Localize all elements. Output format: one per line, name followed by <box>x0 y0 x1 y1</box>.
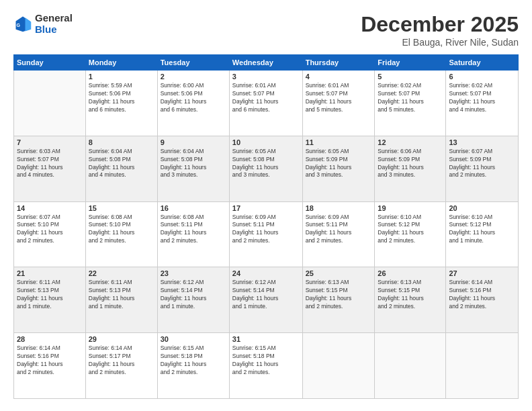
day-info: Sunrise: 6:07 AMSunset: 5:09 PMDaylight:… <box>449 148 515 180</box>
calendar-cell: 10Sunrise: 6:05 AMSunset: 5:08 PMDayligh… <box>229 136 302 201</box>
calendar-week-row: 21Sunrise: 6:11 AMSunset: 5:13 PMDayligh… <box>14 267 519 333</box>
day-info: Sunrise: 6:00 AMSunset: 5:06 PMDaylight:… <box>161 82 226 114</box>
calendar-cell: 23Sunrise: 6:12 AMSunset: 5:14 PMDayligh… <box>157 267 229 333</box>
logo: G General Blue <box>13 12 73 36</box>
day-info: Sunrise: 6:14 AMSunset: 5:17 PMDaylight:… <box>89 345 154 377</box>
calendar-cell: 3Sunrise: 6:01 AMSunset: 5:07 PMDaylight… <box>229 71 302 136</box>
day-number: 9 <box>161 138 226 146</box>
month-title: December 2025 <box>361 12 519 37</box>
weekday-header: Friday <box>375 55 446 71</box>
day-info: Sunrise: 6:08 AMSunset: 5:11 PMDaylight:… <box>161 214 226 246</box>
calendar-cell: 22Sunrise: 6:11 AMSunset: 5:13 PMDayligh… <box>85 267 157 333</box>
day-number: 22 <box>89 269 154 277</box>
day-number: 8 <box>89 138 154 146</box>
day-number: 27 <box>449 269 515 277</box>
calendar-cell <box>302 333 375 399</box>
location-title: El Bauga, River Nile, Sudan <box>361 37 519 48</box>
logo-text-general: General <box>35 12 73 24</box>
weekday-header: Saturday <box>446 55 519 71</box>
calendar-cell: 9Sunrise: 6:04 AMSunset: 5:08 PMDaylight… <box>157 136 229 201</box>
logo-icon: G <box>13 14 32 33</box>
day-number: 18 <box>306 204 372 212</box>
calendar-week-row: 7Sunrise: 6:03 AMSunset: 5:07 PMDaylight… <box>14 136 519 201</box>
calendar-cell: 30Sunrise: 6:15 AMSunset: 5:18 PMDayligh… <box>157 333 229 399</box>
calendar-week-row: 14Sunrise: 6:07 AMSunset: 5:10 PMDayligh… <box>14 201 519 267</box>
calendar-page: G General Blue December 2025 El Bauga, R… <box>0 0 532 411</box>
weekday-header: Sunday <box>14 55 86 71</box>
weekday-header: Thursday <box>302 55 375 71</box>
day-info: Sunrise: 6:01 AMSunset: 5:07 PMDaylight:… <box>306 82 372 114</box>
day-number: 24 <box>232 269 300 277</box>
calendar-cell: 4Sunrise: 6:01 AMSunset: 5:07 PMDaylight… <box>302 71 375 136</box>
header: G General Blue December 2025 El Bauga, R… <box>13 12 519 48</box>
calendar-cell: 14Sunrise: 6:07 AMSunset: 5:10 PMDayligh… <box>14 201 86 267</box>
day-number: 31 <box>232 335 300 343</box>
day-number: 23 <box>161 269 226 277</box>
calendar-cell: 8Sunrise: 6:04 AMSunset: 5:08 PMDaylight… <box>85 136 157 201</box>
day-info: Sunrise: 6:01 AMSunset: 5:07 PMDaylight:… <box>232 82 300 114</box>
calendar-cell: 28Sunrise: 6:14 AMSunset: 5:16 PMDayligh… <box>14 333 86 399</box>
day-number: 12 <box>378 138 443 146</box>
weekday-header-row: SundayMondayTuesdayWednesdayThursdayFrid… <box>14 55 519 71</box>
day-number: 17 <box>232 204 300 212</box>
day-number: 28 <box>17 335 83 343</box>
title-block: December 2025 El Bauga, River Nile, Suda… <box>361 12 519 48</box>
calendar-cell: 31Sunrise: 6:15 AMSunset: 5:18 PMDayligh… <box>229 333 302 399</box>
day-number: 7 <box>17 138 83 146</box>
day-number: 4 <box>306 73 372 81</box>
calendar-cell: 24Sunrise: 6:12 AMSunset: 5:14 PMDayligh… <box>229 267 302 333</box>
day-info: Sunrise: 6:04 AMSunset: 5:08 PMDaylight:… <box>89 148 154 180</box>
calendar-cell: 17Sunrise: 6:09 AMSunset: 5:11 PMDayligh… <box>229 201 302 267</box>
calendar-cell: 19Sunrise: 6:10 AMSunset: 5:12 PMDayligh… <box>375 201 446 267</box>
day-info: Sunrise: 6:06 AMSunset: 5:09 PMDaylight:… <box>378 148 443 180</box>
calendar-cell: 13Sunrise: 6:07 AMSunset: 5:09 PMDayligh… <box>446 136 519 201</box>
day-number: 29 <box>89 335 154 343</box>
svg-text:G: G <box>16 24 20 28</box>
calendar-cell: 18Sunrise: 6:09 AMSunset: 5:11 PMDayligh… <box>302 201 375 267</box>
day-number: 10 <box>232 138 300 146</box>
calendar-cell: 12Sunrise: 6:06 AMSunset: 5:09 PMDayligh… <box>375 136 446 201</box>
day-info: Sunrise: 6:15 AMSunset: 5:18 PMDaylight:… <box>161 345 226 377</box>
day-info: Sunrise: 6:08 AMSunset: 5:10 PMDaylight:… <box>89 214 154 246</box>
day-number: 5 <box>378 73 443 81</box>
day-info: Sunrise: 6:12 AMSunset: 5:14 PMDaylight:… <box>161 279 226 311</box>
day-info: Sunrise: 6:13 AMSunset: 5:15 PMDaylight:… <box>306 279 372 311</box>
day-info: Sunrise: 6:11 AMSunset: 5:13 PMDaylight:… <box>17 279 83 311</box>
day-info: Sunrise: 6:02 AMSunset: 5:07 PMDaylight:… <box>378 82 443 114</box>
calendar-cell: 1Sunrise: 5:59 AMSunset: 5:06 PMDaylight… <box>85 71 157 136</box>
day-number: 1 <box>89 73 154 81</box>
calendar-cell: 15Sunrise: 6:08 AMSunset: 5:10 PMDayligh… <box>85 201 157 267</box>
day-info: Sunrise: 6:11 AMSunset: 5:13 PMDaylight:… <box>89 279 154 311</box>
day-info: Sunrise: 5:59 AMSunset: 5:06 PMDaylight:… <box>89 82 154 114</box>
day-info: Sunrise: 6:12 AMSunset: 5:14 PMDaylight:… <box>232 279 300 311</box>
day-number: 19 <box>378 204 443 212</box>
weekday-header: Tuesday <box>157 55 229 71</box>
calendar-cell <box>446 333 519 399</box>
day-info: Sunrise: 6:04 AMSunset: 5:08 PMDaylight:… <box>161 148 226 180</box>
day-number: 20 <box>449 204 515 212</box>
day-info: Sunrise: 6:05 AMSunset: 5:08 PMDaylight:… <box>232 148 300 180</box>
day-number: 14 <box>17 204 83 212</box>
calendar-cell: 29Sunrise: 6:14 AMSunset: 5:17 PMDayligh… <box>85 333 157 399</box>
day-info: Sunrise: 6:13 AMSunset: 5:15 PMDaylight:… <box>378 279 443 311</box>
calendar-week-row: 28Sunrise: 6:14 AMSunset: 5:16 PMDayligh… <box>14 333 519 399</box>
calendar-cell: 21Sunrise: 6:11 AMSunset: 5:13 PMDayligh… <box>14 267 86 333</box>
calendar-table: SundayMondayTuesdayWednesdayThursdayFrid… <box>13 54 519 399</box>
day-info: Sunrise: 6:09 AMSunset: 5:11 PMDaylight:… <box>306 214 372 246</box>
day-info: Sunrise: 6:10 AMSunset: 5:12 PMDaylight:… <box>378 214 443 246</box>
calendar-cell: 7Sunrise: 6:03 AMSunset: 5:07 PMDaylight… <box>14 136 86 201</box>
logo-text-blue: Blue <box>35 24 57 35</box>
calendar-week-row: 1Sunrise: 5:59 AMSunset: 5:06 PMDaylight… <box>14 71 519 136</box>
calendar-cell: 16Sunrise: 6:08 AMSunset: 5:11 PMDayligh… <box>157 201 229 267</box>
calendar-cell: 11Sunrise: 6:05 AMSunset: 5:09 PMDayligh… <box>302 136 375 201</box>
calendar-cell: 26Sunrise: 6:13 AMSunset: 5:15 PMDayligh… <box>375 267 446 333</box>
day-number: 26 <box>378 269 443 277</box>
day-number: 11 <box>306 138 372 146</box>
day-number: 16 <box>161 204 226 212</box>
day-number: 15 <box>89 204 154 212</box>
day-info: Sunrise: 6:10 AMSunset: 5:12 PMDaylight:… <box>449 214 515 246</box>
calendar-cell: 27Sunrise: 6:14 AMSunset: 5:16 PMDayligh… <box>446 267 519 333</box>
day-info: Sunrise: 6:07 AMSunset: 5:10 PMDaylight:… <box>17 214 83 246</box>
day-number: 25 <box>306 269 372 277</box>
calendar-cell: 5Sunrise: 6:02 AMSunset: 5:07 PMDaylight… <box>375 71 446 136</box>
